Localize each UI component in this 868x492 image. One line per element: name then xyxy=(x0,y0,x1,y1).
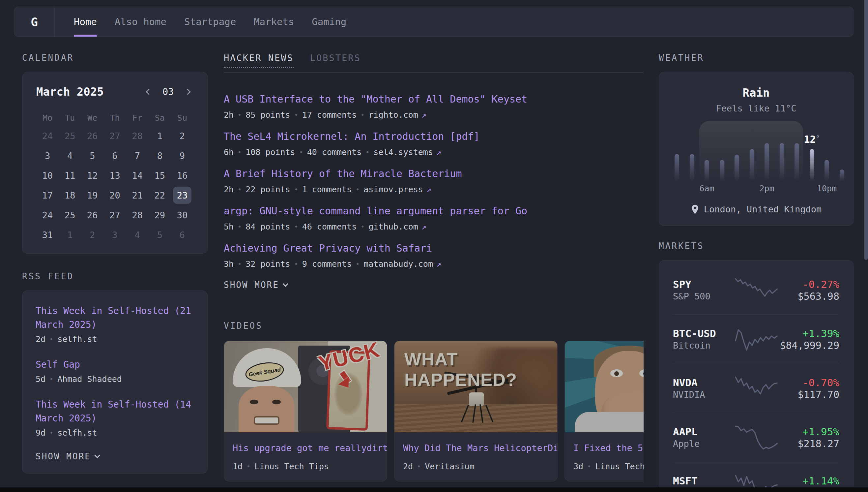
calendar-prev-button[interactable] xyxy=(143,87,153,97)
video-title-link[interactable]: Disappear? xyxy=(548,443,558,453)
video-title-link[interactable]: His upgrade got me really xyxy=(233,443,366,453)
calendar-day[interactable]: 3 xyxy=(36,146,59,166)
calendar-day-number: 16 xyxy=(177,171,188,181)
thumb-shape xyxy=(465,348,557,430)
rss-item-link[interactable]: This Week in Self-Hosted (14 March 2025) xyxy=(35,398,194,425)
market-quote-block: +1.39%$84,999.29 xyxy=(779,327,840,351)
calendar-day[interactable]: 16 xyxy=(171,166,193,185)
calendar-day-number: 23 xyxy=(173,187,191,204)
calendar-day[interactable]: 2 xyxy=(171,126,193,146)
nav-tab-startpage[interactable]: Startpage xyxy=(184,7,236,36)
external-link-icon: ↗ xyxy=(426,184,431,194)
market-sparkline-cell xyxy=(734,373,779,404)
calendar-day[interactable]: 9 xyxy=(171,146,193,166)
calendar-day-number: 29 xyxy=(155,210,165,220)
calendar-day[interactable]: 1 xyxy=(149,126,171,146)
market-row-btc-usd[interactable]: BTC-USDBitcoin+1.39%$84,999.29 xyxy=(673,315,839,364)
calendar-weekday: We xyxy=(81,113,103,123)
meta-separator-dot: • xyxy=(49,429,53,437)
calendar-day[interactable]: 20 xyxy=(103,185,126,205)
calendar-day[interactable]: 25 xyxy=(59,126,81,146)
calendar-day[interactable]: 24 xyxy=(36,126,59,146)
calendar-day[interactable]: 27 xyxy=(103,205,126,225)
calendar-day[interactable]: 21 xyxy=(126,185,149,205)
news-item-link[interactable]: Achieving Great Privacy with Safari xyxy=(224,241,643,255)
news-item-link[interactable]: The SeL4 Microkernel: An Introduction [p… xyxy=(224,130,643,144)
news-show-more-button[interactable]: SHOW MORE xyxy=(224,280,643,290)
calendar-day[interactable]: 12 xyxy=(81,166,103,185)
calendar-day[interactable]: 26 xyxy=(81,205,103,225)
calendar-next-button[interactable] xyxy=(184,87,193,97)
calendar-day[interactable]: 2 xyxy=(81,225,103,245)
calendar-day[interactable]: 1 xyxy=(59,225,81,245)
scrollbar-thumb[interactable] xyxy=(864,0,868,260)
calendar-day[interactable]: 14 xyxy=(126,166,149,185)
news-item-link[interactable]: A USB Interface to the "Mother of All De… xyxy=(224,92,643,106)
calendar-day[interactable]: 3 xyxy=(103,225,126,245)
calendar-day[interactable]: 6 xyxy=(103,146,126,166)
calendar-day[interactable]: 30 xyxy=(171,205,193,225)
item-meta: 2d•Veritasium xyxy=(403,462,549,471)
video-card[interactable]: DOTHTI Fixed the 5Power Connect3d•Linus … xyxy=(564,341,643,482)
calendar-day[interactable]: 11 xyxy=(59,166,81,185)
nav-tab-markets[interactable]: Markets xyxy=(254,7,294,36)
video-title-link[interactable]: Power Connect xyxy=(643,443,643,453)
nav-tab-home[interactable]: Home xyxy=(74,7,97,36)
news-item-link[interactable]: argp: GNU-style command line argument pa… xyxy=(224,204,643,218)
app-logo[interactable]: G xyxy=(14,7,54,36)
calendar-day[interactable]: 26 xyxy=(81,126,103,146)
market-change: -0.27% xyxy=(779,278,840,291)
calendar-day[interactable]: 10 xyxy=(36,166,59,185)
calendar-day[interactable]: 28 xyxy=(126,205,149,225)
calendar-day[interactable]: 5 xyxy=(81,146,103,166)
news-item-source[interactable]: asimov.press xyxy=(364,184,423,194)
rss-item-link[interactable]: This Week in Self-Hosted (21 March 2025) xyxy=(35,304,194,332)
market-change: +1.14% xyxy=(779,474,840,487)
calendar-day[interactable]: 17 xyxy=(36,185,59,205)
calendar-day[interactable]: 22 xyxy=(149,185,171,205)
calendar-day[interactable]: 4 xyxy=(59,146,81,166)
rss-item: This Week in Self-Hosted (14 March 2025)… xyxy=(35,398,194,438)
news-item-link[interactable]: A Brief History of the Miracle Bacterium xyxy=(224,167,643,181)
calendar-day[interactable]: 18 xyxy=(59,185,81,205)
rss-item-link[interactable]: Self Gap xyxy=(35,358,194,372)
weather-bar xyxy=(780,143,784,181)
video-card[interactable]: Geek SquadYUCKHis upgrade got me reallyd… xyxy=(224,341,387,482)
calendar-day-number: 4 xyxy=(135,230,140,240)
market-row-aapl[interactable]: AAPLApple+1.95%$218.27 xyxy=(673,413,839,462)
video-title-link[interactable]: I Fixed the 5 xyxy=(573,443,643,453)
calendar-day[interactable]: 8 xyxy=(149,146,171,166)
calendar-day[interactable]: 4 xyxy=(126,225,149,245)
calendar-day[interactable]: 29 xyxy=(149,205,171,225)
video-title-link[interactable]: dirty - AMD $5000 Ultimate… xyxy=(366,443,387,453)
calendar-day[interactable]: 25 xyxy=(59,205,81,225)
calendar-day[interactable]: 28 xyxy=(126,126,149,146)
arrow-down-icon xyxy=(340,371,351,384)
nav-tab-gaming[interactable]: Gaming xyxy=(312,7,346,36)
market-row-nvda[interactable]: NVDANVIDIA-0.70%$117.70 xyxy=(673,364,839,413)
calendar-day[interactable]: 7 xyxy=(126,146,149,166)
tab-lobsters[interactable]: LOBSTERS xyxy=(310,53,361,67)
video-card[interactable]: WHAT HAPPENED?Why Did The Mars Helicopte… xyxy=(394,341,558,482)
video-title-link[interactable]: Why Did The Mars Helicopter xyxy=(403,443,548,453)
calendar-day[interactable]: 15 xyxy=(149,166,171,185)
calendar-day[interactable]: 13 xyxy=(103,166,126,185)
news-item-source[interactable]: matanabudy.com xyxy=(364,259,433,269)
calendar-day[interactable]: 5 xyxy=(149,225,171,245)
video-caption: Why Did The Mars HelicopterDisappear?2d•… xyxy=(394,432,557,481)
news-item-comments: 46 comments xyxy=(302,222,357,231)
calendar-day[interactable]: 31 xyxy=(36,225,59,245)
news-item-source[interactable]: righto.com xyxy=(368,110,418,120)
nav-tab-also-home[interactable]: Also home xyxy=(115,7,166,36)
item-meta: 2d•selfh.st xyxy=(35,335,194,344)
rss-show-more-button[interactable]: SHOW MORE xyxy=(35,451,194,461)
calendar-day[interactable]: 24 xyxy=(36,205,59,225)
calendar-day[interactable]: 19 xyxy=(81,185,103,205)
calendar-day[interactable]: 27 xyxy=(103,126,126,146)
market-row-spy[interactable]: SPYS&P 500-0.27%$563.98 xyxy=(673,266,839,315)
calendar-day-selected[interactable]: 23 xyxy=(171,185,193,205)
news-item-source[interactable]: sel4.systems xyxy=(373,147,433,157)
news-item-source[interactable]: github.com xyxy=(368,222,418,231)
tab-hacker-news[interactable]: HACKER NEWS xyxy=(224,53,294,68)
calendar-day[interactable]: 6 xyxy=(171,225,193,245)
